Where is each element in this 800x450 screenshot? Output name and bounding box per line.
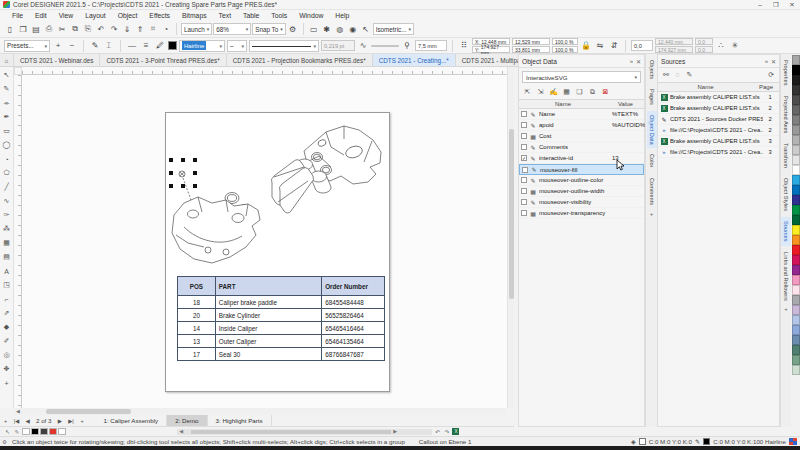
doc-tab-webinar[interactable]: CDTS 2021 - Webinar.des xyxy=(14,54,100,66)
page-tab-caliper-assembly[interactable]: 1: Caliper Assembly xyxy=(95,415,167,426)
print-icon[interactable]: ⎙ xyxy=(43,23,55,36)
menu-tools[interactable]: Tools xyxy=(265,10,293,21)
horizontal-scrollbar[interactable]: ◀ xyxy=(14,408,507,415)
table-row[interactable]: 13 Outer Caliper 65464135464 xyxy=(178,335,385,348)
outline-pen-icon[interactable]: 🖉 xyxy=(154,39,166,52)
pick-pointer-icon[interactable]: ↖ xyxy=(360,23,372,36)
checkbox[interactable] xyxy=(521,177,527,183)
checkbox[interactable] xyxy=(521,122,527,128)
collapse-icon[interactable]: » xyxy=(765,58,768,65)
checkbox[interactable] xyxy=(521,210,527,216)
tab-objects[interactable]: Objects xyxy=(647,56,657,83)
color-chip[interactable] xyxy=(792,155,800,165)
field-row-mouseover-outline-width[interactable]: ▦mouseover-outline-width xyxy=(519,186,644,197)
apply-all-icon[interactable]: ⇲ xyxy=(535,86,546,97)
zoom-level-dropdown[interactable]: 68%▾ xyxy=(213,23,251,35)
status-gear-icon[interactable]: ⚙ xyxy=(0,439,9,445)
source-row[interactable]: XBrake assembly CALIPER LIST.xls1 xyxy=(658,92,779,103)
break-link-icon[interactable]: ⚯ xyxy=(661,69,671,80)
scroll-left-icon[interactable]: ◀ xyxy=(177,428,185,435)
doc-tab-creating-active[interactable]: CDTS 2021 - Creating...* xyxy=(373,54,456,66)
color-chip[interactable] xyxy=(792,225,800,235)
checkbox[interactable] xyxy=(521,155,527,161)
palette-scrollbar[interactable]: ◀ ▶ xyxy=(177,429,432,435)
parts-list-table[interactable]: POS PART Order Number 18 Caliper brake p… xyxy=(177,276,385,361)
color-chip[interactable] xyxy=(792,105,800,115)
outline-color-swatch-status[interactable] xyxy=(703,438,710,445)
polygon-tool-icon[interactable]: ⬠ xyxy=(0,166,13,180)
color-chip[interactable] xyxy=(22,428,30,435)
color-chip[interactable] xyxy=(792,345,800,355)
refresh-icon[interactable]: ⟳ xyxy=(766,69,776,80)
artistic-media-tool-icon[interactable]: ⁂ xyxy=(0,222,13,236)
color-chip[interactable] xyxy=(792,195,800,205)
checkbox[interactable] xyxy=(521,199,527,205)
corner-wrench-icon[interactable]: ⚲ xyxy=(401,39,413,52)
color-chip[interactable] xyxy=(792,305,800,315)
apply-to-selection-icon[interactable]: ⇱ xyxy=(522,86,533,97)
source-row[interactable]: »file://C:\Projects\CDTS 2021 - Crea...3 xyxy=(658,147,779,158)
page-tab-highlight-parts[interactable]: 3: Highlight Parts xyxy=(208,415,272,426)
checkbox[interactable] xyxy=(521,133,527,139)
text-tool-icon[interactable]: A xyxy=(0,264,13,278)
color-chip[interactable] xyxy=(792,205,800,215)
outline-corner-icon[interactable]: ≡ xyxy=(140,39,152,52)
color-chip[interactable] xyxy=(792,165,800,175)
color-chip[interactable] xyxy=(792,115,800,125)
color-chip[interactable] xyxy=(792,295,800,305)
ellipse-tool-icon[interactable]: ◯ xyxy=(0,138,13,152)
fill-color-swatch[interactable] xyxy=(639,438,646,445)
pan-tool-icon[interactable]: ✥ xyxy=(0,362,13,376)
close-icon[interactable]: ✕ xyxy=(784,0,800,9)
add-preset-button[interactable]: + xyxy=(52,39,64,52)
smoothness-slider[interactable] xyxy=(371,45,399,47)
color-chip[interactable] xyxy=(792,55,800,65)
tab-comments[interactable]: Comments xyxy=(647,174,657,209)
text-flow-icon[interactable]: ⌶ xyxy=(103,39,115,52)
knife-tool-icon[interactable]: ⌯ xyxy=(0,96,13,110)
collapse-icon[interactable]: » xyxy=(630,58,633,65)
compass-icon[interactable]: ◔ xyxy=(160,23,172,36)
corner-radius-field[interactable]: 7,5 mm xyxy=(415,40,447,51)
touch-icon[interactable]: ✱ xyxy=(321,23,333,36)
field-row-mouseover-fill[interactable]: ✎mouseover-fill xyxy=(519,164,644,175)
sync-source-icon[interactable]: ◌ xyxy=(673,69,683,80)
menu-effects[interactable]: Effects xyxy=(143,10,176,21)
add-page-button-2[interactable]: + xyxy=(76,415,87,426)
y-position-field[interactable]: Y: 174,927 mm xyxy=(472,46,510,53)
dimension-tool-icon[interactable]: ⌐ xyxy=(0,292,13,306)
selection-handle[interactable] xyxy=(181,158,185,162)
add-page-button[interactable]: + xyxy=(0,415,11,426)
color-chip[interactable] xyxy=(58,428,66,435)
color-proof-icon[interactable] xyxy=(789,438,797,445)
color-chip[interactable] xyxy=(49,428,57,435)
menu-layout[interactable]: Layout xyxy=(79,10,111,21)
add-docker-icon[interactable]: + xyxy=(650,211,654,217)
options-gear-icon[interactable]: ⚙ xyxy=(287,23,299,36)
edit-source-icon[interactable]: ✎ xyxy=(685,69,695,80)
field-row-mouseover-transparency[interactable]: ▦mouseover-transparency xyxy=(519,208,644,219)
more-tools-icon[interactable]: + xyxy=(0,376,13,390)
color-chip[interactable] xyxy=(792,335,800,345)
tab-properties[interactable]: Properties xyxy=(781,56,791,90)
restore-icon[interactable]: ❐ xyxy=(768,0,784,9)
globe-view-2-icon[interactable]: ◉ xyxy=(347,23,359,36)
new-field-icon[interactable]: ❏ xyxy=(574,86,585,97)
tab-color[interactable]: Color xyxy=(647,150,657,171)
connector-tool-icon[interactable]: ⇗ xyxy=(0,306,13,320)
pen-settings-icon[interactable]: ✎ xyxy=(89,39,101,52)
first-page-icon[interactable]: |◀ xyxy=(11,415,22,426)
pen-tool-icon[interactable]: ✒ xyxy=(0,110,13,124)
table-row[interactable]: 18 Caliper brake paddle 68455484448 xyxy=(178,296,385,309)
color-chip[interactable] xyxy=(792,85,800,95)
field-row-apoid[interactable]: ✎apoid%AUTOID% xyxy=(519,120,644,131)
exploded-caliper-drawing[interactable] xyxy=(168,117,389,273)
table-row[interactable]: 17 Seal 30 68766847687 xyxy=(178,348,385,361)
color-chip[interactable] xyxy=(792,315,800,325)
selection-handle[interactable] xyxy=(181,184,185,188)
page-tab-demo[interactable]: 2: Demo xyxy=(167,415,207,426)
eyedropper-tool-icon[interactable]: ✐ xyxy=(0,334,13,348)
palette-eyedropper-icon[interactable]: ✎ xyxy=(13,429,22,435)
add-docker-icon[interactable]: + xyxy=(784,306,788,312)
menu-file[interactable]: File xyxy=(6,10,29,21)
